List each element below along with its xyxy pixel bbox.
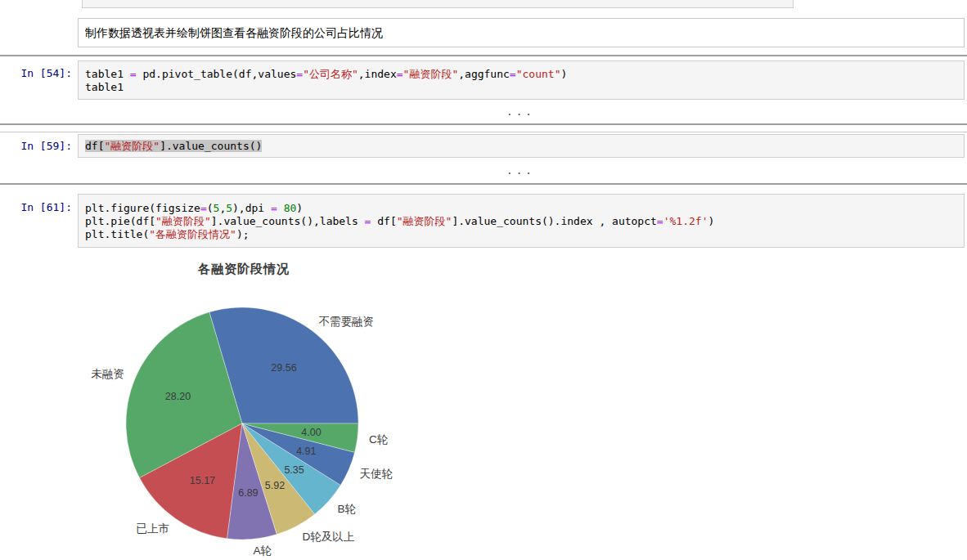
pie-percent-label: 28.20 — [165, 391, 191, 402]
pie-category-label: B轮 — [338, 503, 357, 515]
pie-category-label: 未融资 — [92, 368, 125, 380]
pie-percent-label: 6.89 — [238, 487, 258, 499]
pie-percent-label: 4.00 — [301, 427, 321, 438]
pie-category-label: C轮 — [369, 433, 389, 446]
code-line: df["融资阶段"].value_counts() — [85, 140, 964, 153]
pie-chart-figure: 29.56不需要融资28.20未融资15.17已上市6.89A轮5.92D轮及以… — [0, 278, 488, 560]
output-ellipsis-59: ... — [78, 166, 965, 177]
pie-category-label: 已上市 — [136, 522, 169, 535]
code-line: table1 — [85, 81, 964, 94]
pie-percent-label: 29.56 — [271, 362, 296, 374]
cell-divider — [0, 132, 967, 132]
output-ellipsis-54: ... — [78, 107, 965, 118]
code-line: plt.figure(figsize=(5,5),dpi = 80) — [85, 202, 964, 215]
partial-code-cell-top[interactable] — [82, 0, 794, 8]
chart-title: 各融资阶段情况 — [121, 262, 367, 277]
code-input-61[interactable]: plt.figure(figsize=(5,5),dpi = 80)plt.pi… — [78, 194, 965, 248]
pie-category-label: D轮及以上 — [302, 531, 354, 543]
cell-divider — [0, 183, 967, 185]
code-editor: table1 = pd.pivot_table(df,values="公司名称"… — [79, 68, 964, 94]
input-prompt-59: In [59]: — [0, 140, 72, 153]
markdown-source-text: 制作数据透视表并绘制饼图查看各融资阶段的公司占比情况 — [79, 19, 964, 48]
cell-divider — [0, 55, 967, 56]
markdown-cell[interactable]: 制作数据透视表并绘制饼图查看各融资阶段的公司占比情况 — [78, 18, 965, 47]
code-line: plt.pie(df["融资阶段"].value_counts(),labels… — [85, 215, 964, 228]
code-editor: plt.figure(figsize=(5,5),dpi = 80)plt.pi… — [79, 202, 964, 241]
pie-category-label: A轮 — [254, 544, 272, 557]
pie-percent-label: 15.17 — [190, 475, 215, 486]
input-prompt-61: In [61]: — [0, 201, 72, 214]
pie-percent-label: 5.35 — [284, 464, 304, 476]
pie-category-label: 天使轮 — [360, 468, 394, 480]
code-editor: df["融资阶段"].value_counts() — [79, 140, 964, 153]
input-prompt-54: In [54]: — [0, 67, 72, 80]
code-input-59[interactable]: df["融资阶段"].value_counts() — [78, 134, 965, 158]
pie-percent-label: 4.91 — [296, 446, 316, 457]
pie-category-label: 不需要融资 — [319, 316, 375, 328]
code-input-54[interactable]: table1 = pd.pivot_table(df,values="公司名称"… — [78, 60, 965, 100]
pie-percent-label: 5.92 — [265, 480, 285, 491]
cell-divider — [0, 123, 967, 125]
code-line: plt.title("各融资阶段情况"); — [85, 228, 964, 241]
code-line: table1 = pd.pivot_table(df,values="公司名称"… — [85, 68, 964, 81]
